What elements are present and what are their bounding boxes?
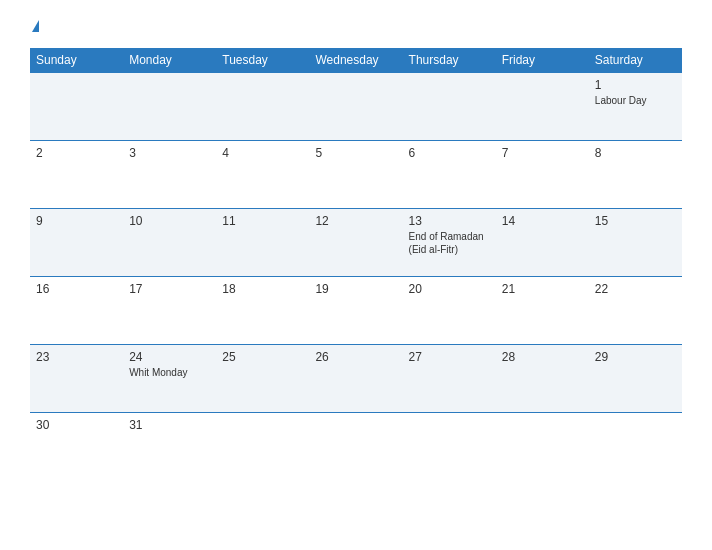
calendar-cell: 15: [589, 209, 682, 277]
day-number: 9: [36, 214, 117, 228]
day-number: 12: [315, 214, 396, 228]
calendar-cell: 18: [216, 277, 309, 345]
calendar-cell: 25: [216, 345, 309, 413]
calendar-cell: 24Whit Monday: [123, 345, 216, 413]
week-row-2: 910111213End of Ramadan (Eid al-Fitr)141…: [30, 209, 682, 277]
day-number: 1: [595, 78, 676, 92]
day-of-week-saturday: Saturday: [589, 48, 682, 73]
week-row-3: 16171819202122: [30, 277, 682, 345]
calendar-cell: 5: [309, 141, 402, 209]
calendar-header: SundayMondayTuesdayWednesdayThursdayFrid…: [30, 48, 682, 73]
calendar-cell: 4: [216, 141, 309, 209]
calendar-cell: [30, 73, 123, 141]
day-event: End of Ramadan (Eid al-Fitr): [409, 230, 490, 256]
day-number: 29: [595, 350, 676, 364]
calendar-cell: 13End of Ramadan (Eid al-Fitr): [403, 209, 496, 277]
calendar-cell: [309, 73, 402, 141]
calendar-cell: [216, 73, 309, 141]
calendar-body: 1Labour Day2345678910111213End of Ramada…: [30, 73, 682, 481]
calendar-cell: [496, 413, 589, 481]
day-number: 15: [595, 214, 676, 228]
calendar-cell: 12: [309, 209, 402, 277]
day-number: 27: [409, 350, 490, 364]
day-event: Labour Day: [595, 94, 676, 107]
day-number: 10: [129, 214, 210, 228]
calendar-cell: 9: [30, 209, 123, 277]
day-of-week-friday: Friday: [496, 48, 589, 73]
calendar-cell: 3: [123, 141, 216, 209]
day-number: 18: [222, 282, 303, 296]
day-number: 26: [315, 350, 396, 364]
page: SundayMondayTuesdayWednesdayThursdayFrid…: [0, 0, 712, 550]
day-number: 28: [502, 350, 583, 364]
calendar-cell: 22: [589, 277, 682, 345]
header: [30, 20, 682, 32]
calendar-cell: [403, 413, 496, 481]
calendar-cell: 1Labour Day: [589, 73, 682, 141]
calendar-cell: 10: [123, 209, 216, 277]
calendar-cell: 8: [589, 141, 682, 209]
week-row-0: 1Labour Day: [30, 73, 682, 141]
day-number: 24: [129, 350, 210, 364]
calendar-cell: 17: [123, 277, 216, 345]
day-number: 19: [315, 282, 396, 296]
week-row-5: 3031: [30, 413, 682, 481]
calendar-cell: 16: [30, 277, 123, 345]
day-number: 20: [409, 282, 490, 296]
calendar-cell: 21: [496, 277, 589, 345]
calendar-cell: [309, 413, 402, 481]
days-of-week-row: SundayMondayTuesdayWednesdayThursdayFrid…: [30, 48, 682, 73]
day-number: 17: [129, 282, 210, 296]
day-event: Whit Monday: [129, 366, 210, 379]
logo: [30, 20, 39, 32]
calendar-cell: [496, 73, 589, 141]
calendar-cell: 27: [403, 345, 496, 413]
calendar-cell: 31: [123, 413, 216, 481]
week-row-4: 2324Whit Monday2526272829: [30, 345, 682, 413]
calendar-cell: [403, 73, 496, 141]
day-number: 23: [36, 350, 117, 364]
calendar-cell: 30: [30, 413, 123, 481]
day-number: 3: [129, 146, 210, 160]
calendar: SundayMondayTuesdayWednesdayThursdayFrid…: [30, 48, 682, 481]
day-number: 31: [129, 418, 210, 432]
calendar-cell: 14: [496, 209, 589, 277]
day-number: 22: [595, 282, 676, 296]
calendar-cell: [216, 413, 309, 481]
day-number: 14: [502, 214, 583, 228]
calendar-cell: 7: [496, 141, 589, 209]
day-number: 16: [36, 282, 117, 296]
calendar-cell: 6: [403, 141, 496, 209]
day-number: 2: [36, 146, 117, 160]
calendar-cell: [589, 413, 682, 481]
day-of-week-thursday: Thursday: [403, 48, 496, 73]
day-number: 25: [222, 350, 303, 364]
day-of-week-monday: Monday: [123, 48, 216, 73]
day-number: 21: [502, 282, 583, 296]
calendar-cell: 20: [403, 277, 496, 345]
day-of-week-wednesday: Wednesday: [309, 48, 402, 73]
day-number: 30: [36, 418, 117, 432]
calendar-cell: 2: [30, 141, 123, 209]
logo-triangle-icon: [32, 20, 39, 32]
day-number: 6: [409, 146, 490, 160]
day-number: 7: [502, 146, 583, 160]
calendar-cell: 19: [309, 277, 402, 345]
calendar-cell: 28: [496, 345, 589, 413]
calendar-cell: 23: [30, 345, 123, 413]
calendar-cell: 11: [216, 209, 309, 277]
day-number: 13: [409, 214, 490, 228]
calendar-cell: 26: [309, 345, 402, 413]
day-number: 5: [315, 146, 396, 160]
day-number: 4: [222, 146, 303, 160]
calendar-cell: 29: [589, 345, 682, 413]
day-of-week-sunday: Sunday: [30, 48, 123, 73]
calendar-cell: [123, 73, 216, 141]
day-of-week-tuesday: Tuesday: [216, 48, 309, 73]
week-row-1: 2345678: [30, 141, 682, 209]
day-number: 11: [222, 214, 303, 228]
day-number: 8: [595, 146, 676, 160]
